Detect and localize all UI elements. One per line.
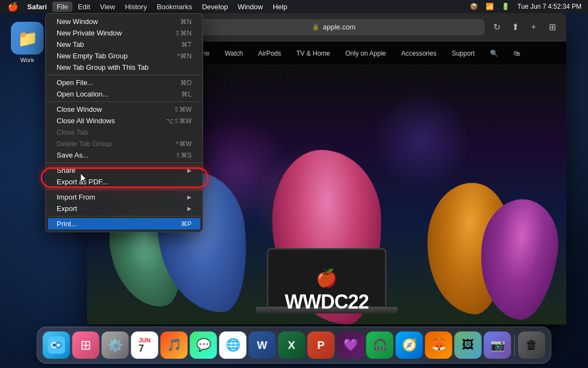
dock-item-chrome[interactable]: 🌐 xyxy=(219,331,247,359)
menu-share[interactable]: Share ▶ xyxy=(48,165,200,176)
new-tab-button[interactable]: ＋ xyxy=(526,20,541,35)
separator-1 xyxy=(46,75,203,75)
dock-divider xyxy=(514,334,515,356)
apple-logo-laptop: 🍎 xyxy=(316,268,338,288)
reload-button[interactable]: ↻ xyxy=(489,20,504,35)
menu-delete-tab-group-label: Delete Tab Group xyxy=(57,140,176,148)
dock-item-safari[interactable]: 🧭 xyxy=(396,331,423,359)
dock-item-trash[interactable]: 🗑 xyxy=(518,331,546,359)
nav-cart-icon[interactable]: 🛍 xyxy=(513,50,520,57)
menu-new-window[interactable]: New Window ⌘N xyxy=(48,16,200,27)
dock-item-word[interactable]: W xyxy=(249,331,276,359)
dock-item-settings[interactable]: ⚙️ xyxy=(102,331,129,359)
menu-close-tab-label: Close Tab xyxy=(57,128,192,136)
nav-tv-home[interactable]: TV & Home xyxy=(296,50,330,57)
menu-new-private-window[interactable]: New Private Window ⇧⌘N xyxy=(48,27,200,39)
lock-icon: 🔒 xyxy=(312,23,320,31)
menu-export-pdf[interactable]: Export as PDF... xyxy=(48,176,200,188)
menu-save-as-label: Save As... xyxy=(57,151,175,159)
menu-new-tab[interactable]: New Tab ⌘T xyxy=(48,39,200,50)
menubar-wifi: 📶 xyxy=(483,2,496,11)
dock-item-launchpad[interactable]: ⊞ xyxy=(72,331,100,359)
menu-new-window-label: New Window xyxy=(57,17,180,26)
separator-5 xyxy=(46,216,203,216)
apple-menu[interactable]: 🍎 xyxy=(4,1,22,13)
dock-item-firefox[interactable]: 🦊 xyxy=(425,331,452,359)
menu-new-tab-label: New Tab xyxy=(57,40,181,49)
svg-point-8 xyxy=(57,343,60,347)
menubar-bookmarks[interactable]: Bookmarks xyxy=(152,2,197,12)
menubar-edit[interactable]: Edit xyxy=(74,2,94,12)
menu-delete-tab-group-shortcut: ^⌘W xyxy=(176,140,192,148)
tab-overview-button[interactable]: ⊞ xyxy=(544,20,560,35)
menu-new-private-label: New Private Window xyxy=(57,29,175,37)
dock-item-music[interactable]: 🎵 xyxy=(161,331,188,359)
menu-import-from[interactable]: Import From ▶ xyxy=(48,191,200,203)
menu-open-location-shortcut: ⌘L xyxy=(181,91,192,98)
menubar-develop[interactable]: Develop xyxy=(198,2,232,12)
dock-item-slack[interactable]: 💜 xyxy=(337,331,364,359)
menubar-window[interactable]: Window xyxy=(234,2,267,12)
menu-open-location[interactable]: Open Location... ⌘L xyxy=(48,88,200,100)
menubar-left: 🍎 Safari File Edit View History Bookmark… xyxy=(4,1,468,13)
menu-export-label: Export xyxy=(57,204,187,213)
file-menu-dropdown: New Window ⌘N New Private Window ⇧⌘N New… xyxy=(45,13,203,232)
dock-item-powerpoint[interactable]: P xyxy=(308,331,335,359)
dock: ⊞ ⚙️ JUN7 🎵 💬 🌐 W X P 💜 🎧 xyxy=(37,327,552,364)
menubar-help[interactable]: Help xyxy=(268,2,292,12)
menu-save-as[interactable]: Save As... ⇧⌘S xyxy=(48,149,200,161)
menubar-view[interactable]: View xyxy=(96,2,120,12)
nav-accessories[interactable]: Accessories xyxy=(401,50,437,57)
menubar-clock: Tue Jun 7 4:52:34 PM xyxy=(515,2,584,11)
menubar-battery: 🔋 xyxy=(499,2,512,11)
wwdc-text: WWDC22 xyxy=(285,291,369,313)
menu-export-pdf-label: Export as PDF... xyxy=(57,178,192,186)
nav-airpods[interactable]: AirPods xyxy=(258,50,281,57)
menu-empty-group-shortcut: ^⌘N xyxy=(177,52,192,60)
menu-save-as-shortcut: ⇧⌘S xyxy=(175,152,192,159)
dock-item-calendar[interactable]: JUN7 xyxy=(131,331,158,359)
menubar-app-name[interactable]: Safari xyxy=(23,2,51,12)
dock-item-spotify[interactable]: 🎧 xyxy=(366,331,394,359)
menu-close-all-shortcut: ⌥⇧⌘W xyxy=(166,117,192,125)
menu-open-file[interactable]: Open File... ⌘O xyxy=(48,77,200,88)
menu-new-empty-tab-group[interactable]: New Empty Tab Group ^⌘N xyxy=(48,50,200,62)
nav-support[interactable]: Support xyxy=(452,50,475,57)
separator-4 xyxy=(46,189,203,190)
dock-item-finder[interactable] xyxy=(43,331,70,359)
menubar-file[interactable]: File xyxy=(52,2,72,12)
menu-print-shortcut: ⌘P xyxy=(181,220,192,228)
desktop-icon-work[interactable]: 📁 Work xyxy=(11,22,44,63)
menu-close-all-windows[interactable]: Close All Windows ⌥⇧⌘W xyxy=(48,115,200,126)
menu-new-window-shortcut: ⌘N xyxy=(180,18,192,26)
menu-delete-tab-group: Delete Tab Group ^⌘W xyxy=(48,138,200,149)
nav-only-on-apple[interactable]: Only on Apple xyxy=(345,50,386,57)
dock-item-shottr[interactable]: 📷 xyxy=(484,331,511,359)
menu-export[interactable]: Export ▶ xyxy=(48,203,200,214)
menu-empty-group-label: New Empty Tab Group xyxy=(57,52,177,60)
svg-point-7 xyxy=(53,343,56,347)
menu-close-window-label: Close Window xyxy=(57,105,174,113)
separator-3 xyxy=(46,162,203,163)
dock-item-preview[interactable]: 🖼 xyxy=(455,331,482,359)
menu-new-private-shortcut: ⇧⌘N xyxy=(175,29,192,37)
nav-search-icon[interactable]: 🔍 xyxy=(490,50,498,57)
desktop: 🍎 Safari File Edit View History Bookmark… xyxy=(0,0,588,368)
desktop-icon-label: Work xyxy=(20,57,34,63)
menu-new-tab-shortcut: ⌘T xyxy=(181,41,192,49)
menu-close-all-label: Close All Windows xyxy=(57,117,166,125)
menubar-dropbox: 📦 xyxy=(468,2,480,11)
menu-share-label: Share xyxy=(57,166,187,174)
desktop-icon-img: 📁 xyxy=(11,22,44,55)
nav-watch[interactable]: Watch xyxy=(225,50,243,57)
menu-close-window[interactable]: Close Window ⇧⌘W xyxy=(48,104,200,115)
separator-2 xyxy=(46,101,203,102)
menu-new-tab-group-this-tab[interactable]: New Tab Group with This Tab xyxy=(48,62,200,73)
dock-item-excel[interactable]: X xyxy=(278,331,305,359)
menu-import-from-label: Import From xyxy=(57,193,187,201)
dock-item-messages[interactable]: 💬 xyxy=(190,331,217,359)
menubar-history[interactable]: History xyxy=(120,2,151,12)
share-button[interactable]: ⬆ xyxy=(507,20,523,35)
address-bar[interactable]: 🔒 apple.com xyxy=(183,19,485,35)
menu-print[interactable]: Print... ⌘P xyxy=(48,218,200,230)
